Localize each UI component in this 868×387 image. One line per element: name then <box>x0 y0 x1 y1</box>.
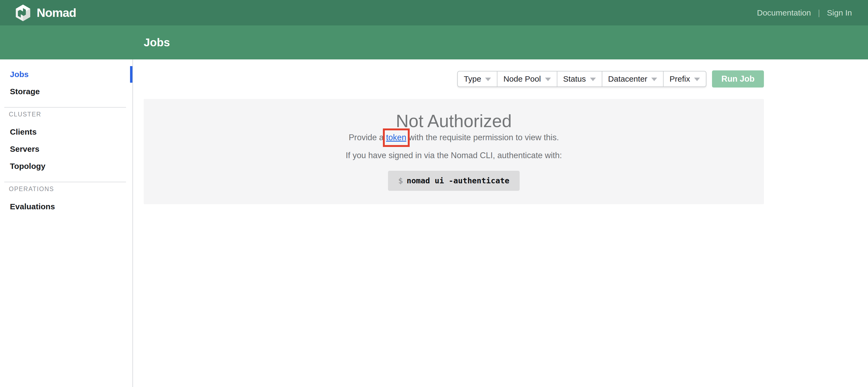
chevron-down-icon <box>545 78 551 81</box>
sidebar-divider <box>4 182 126 182</box>
shell-prompt: $ <box>398 176 403 185</box>
chevron-down-icon <box>485 78 491 81</box>
not-authorized-heading: Not Authorized <box>144 111 764 131</box>
cli-command: nomad ui -authenticate <box>407 176 509 185</box>
sidebar-item-label: Topology <box>10 162 45 171</box>
sidebar-item-label: Clients <box>10 127 37 137</box>
sidebar-item-label: Evaluations <box>10 202 55 211</box>
filter-label: Status <box>563 75 586 84</box>
nomad-logo-icon <box>15 4 31 22</box>
sidebar-section-cluster: CLUSTER <box>0 111 132 118</box>
documentation-link[interactable]: Documentation <box>757 8 811 18</box>
page-header: Jobs <box>0 25 868 59</box>
filter-group: Type Node Pool Status Datacenter Prefix <box>457 71 706 87</box>
page-title: Jobs <box>144 36 170 49</box>
sidebar-item-servers[interactable]: Servers <box>0 141 132 158</box>
filter-label: Datacenter <box>608 75 648 84</box>
not-authorized-panel: Not Authorized Provide a token with the … <box>144 99 764 204</box>
sign-in-link[interactable]: Sign In <box>827 8 852 18</box>
token-link[interactable]: token <box>386 133 406 142</box>
main-content: Type Node Pool Status Datacenter Prefix <box>133 59 868 387</box>
filter-label: Node Pool <box>503 75 541 84</box>
sidebar-item-clients[interactable]: Clients <box>0 123 132 141</box>
filter-datacenter-dropdown[interactable]: Datacenter <box>602 71 664 86</box>
filter-prefix-dropdown[interactable]: Prefix <box>663 71 706 86</box>
content-layout: Jobs Storage CLUSTER Clients Servers Top… <box>0 59 868 387</box>
top-nav-links: Documentation | Sign In <box>757 8 852 18</box>
filter-status-dropdown[interactable]: Status <box>557 71 602 86</box>
sidebar-item-topology[interactable]: Topology <box>0 158 132 175</box>
chevron-down-icon <box>590 78 596 81</box>
token-message-suffix: with the requisite permission to view th… <box>406 133 559 142</box>
cli-code-block: $nomad ui -authenticate <box>388 171 520 191</box>
sidebar-item-label: Jobs <box>10 70 29 79</box>
token-message-prefix: Provide a <box>349 133 386 142</box>
token-message: Provide a token with the requisite permi… <box>144 133 764 142</box>
sidebar-section-operations: OPERATIONS <box>0 185 132 193</box>
filter-label: Type <box>464 75 481 84</box>
chevron-down-icon <box>694 78 700 81</box>
filter-label: Prefix <box>670 75 690 84</box>
run-job-button[interactable]: Run Job <box>712 70 764 88</box>
sidebar-item-storage[interactable]: Storage <box>0 83 132 100</box>
sidebar: Jobs Storage CLUSTER Clients Servers Top… <box>0 59 133 387</box>
brand-name: Nomad <box>37 6 76 20</box>
filter-node-pool-dropdown[interactable]: Node Pool <box>497 71 557 86</box>
top-nav-bar: Nomad Documentation | Sign In <box>0 0 868 25</box>
chevron-down-icon <box>651 78 657 81</box>
cli-message: If you have signed in via the Nomad CLI,… <box>144 151 764 160</box>
sidebar-item-jobs[interactable]: Jobs <box>0 66 132 83</box>
sidebar-divider <box>4 107 126 108</box>
sidebar-item-evaluations[interactable]: Evaluations <box>0 198 132 215</box>
nav-separator: | <box>818 8 820 18</box>
active-indicator <box>130 66 132 83</box>
sidebar-item-label: Storage <box>10 87 40 96</box>
nomad-brand[interactable]: Nomad <box>15 4 76 22</box>
sidebar-item-label: Servers <box>10 145 39 154</box>
filter-type-dropdown[interactable]: Type <box>458 71 497 86</box>
jobs-toolbar: Type Node Pool Status Datacenter Prefix <box>144 70 764 88</box>
